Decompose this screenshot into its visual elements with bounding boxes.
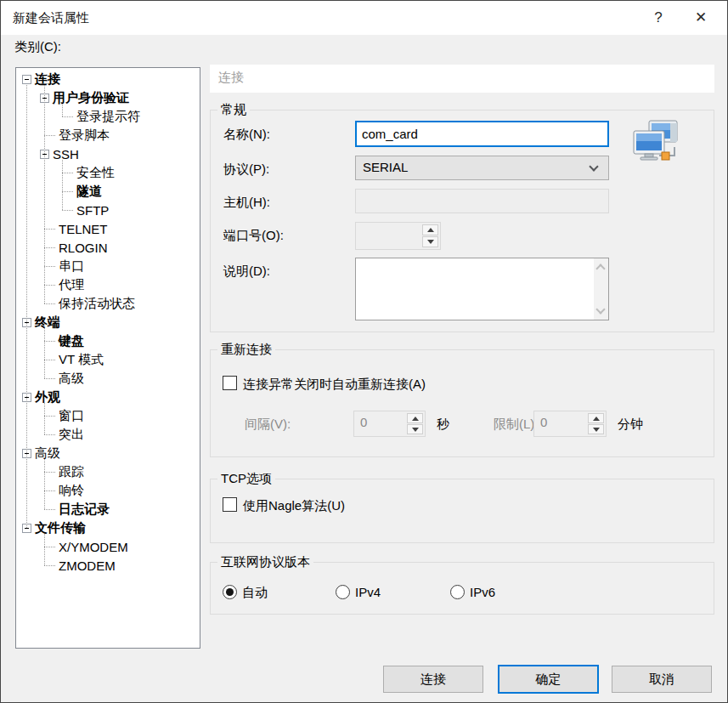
tree-item-label: 跟踪: [59, 464, 84, 480]
ip-version-label: IPv4: [355, 585, 381, 599]
interval-unit: 秒: [437, 417, 449, 433]
new-session-properties-dialog: 新建会话属性 ? ✕ 类别(C): 连接用户身份验证登录提示符登录脚本SSH安全…: [0, 0, 728, 703]
session-name-input[interactable]: [355, 121, 609, 147]
close-icon[interactable]: ✕: [681, 1, 720, 35]
tree-item-label: 高级: [35, 445, 60, 462]
tree-item-label: 外观: [35, 389, 60, 405]
port-spinner: [355, 222, 441, 250]
protocol-select[interactable]: SERIAL: [355, 156, 609, 180]
ip-version-radio-自动[interactable]: [223, 585, 237, 599]
group-reconnect: 重新连接: [210, 349, 714, 457]
tree-connector: [44, 416, 55, 417]
description-textarea[interactable]: [355, 258, 609, 320]
ok-button[interactable]: 确定: [498, 665, 599, 694]
tree-item-label: 连接: [35, 71, 60, 88]
ip-version-radio-ipv4[interactable]: [336, 585, 350, 599]
tree-connector: [44, 378, 55, 379]
tree-connector: [62, 210, 73, 211]
nagle-checkbox[interactable]: [223, 497, 237, 512]
tree-guide-line: [62, 160, 63, 210]
tree-item-label: ZMODEM: [59, 558, 116, 573]
description-label: 说明(D):: [223, 264, 270, 280]
tree-connector: [44, 509, 55, 510]
tree-item-label: 日志记录: [59, 502, 110, 518]
tree-item-label: 登录提示符: [76, 109, 140, 125]
tree-connector: [44, 247, 55, 248]
title-bar: 新建会话属性 ? ✕: [1, 1, 727, 35]
interval-spinner: 0: [353, 411, 426, 437]
cancel-button[interactable]: 取消: [612, 666, 712, 693]
panel-header-bar: 连接: [210, 65, 714, 93]
category-tree: 连接用户身份验证登录提示符登录脚本SSH安全性隧道SFTPTELNETRLOGI…: [15, 67, 200, 649]
panel-header-title: 连接: [218, 70, 244, 86]
interval-value: 0: [360, 415, 367, 429]
dialog-title: 新建会话属性: [13, 1, 89, 35]
tree-item-label: 登录脚本: [59, 128, 110, 144]
group-reconnect-title: 重新连接: [217, 342, 275, 358]
port-label: 端口号(O):: [223, 228, 284, 244]
limit-value: 0: [540, 415, 547, 429]
limit-spinner: 0: [533, 411, 607, 437]
limit-label: 限制(L):: [494, 417, 539, 433]
group-tcp-title: TCP选项: [217, 471, 275, 487]
tree-connector: [44, 360, 55, 360]
tree-guide-line: [44, 403, 45, 434]
tree-item-label: RLOGIN: [59, 241, 108, 255]
chevron-down-icon: [589, 162, 598, 171]
tree-connector: [62, 191, 73, 192]
session-computers-icon: [630, 116, 681, 164]
spin-down-icon: [422, 236, 438, 247]
tree-item-label: 键盘: [59, 333, 84, 349]
ip-version-label: IPv6: [470, 585, 495, 599]
scrollbar: [594, 258, 608, 320]
tree-item-label: 突出: [59, 427, 84, 443]
group-ip-version-title: 互联网协议版本: [217, 554, 313, 570]
name-label: 名称(N):: [223, 127, 270, 143]
category-label: 类别(C):: [14, 39, 61, 55]
auto-reconnect-checkbox[interactable]: [223, 376, 237, 390]
limit-unit: 分钟: [618, 417, 643, 433]
tree-item-label: 终端: [35, 315, 60, 331]
ip-version-radio-ipv6[interactable]: [450, 585, 465, 599]
tree-connector: [44, 266, 55, 267]
tree-connector: [62, 173, 73, 173]
tree-item-label: 串口: [59, 258, 84, 275]
tree-guide-line: [44, 534, 45, 565]
help-icon[interactable]: ?: [639, 1, 678, 35]
tree-item-label: 代理: [59, 277, 84, 293]
tree-item-label: SSH: [53, 147, 79, 162]
tree-guide-line: [44, 85, 45, 303]
tree-guide-line: [44, 328, 45, 378]
spin-up-icon: [407, 413, 423, 423]
tree-item-label: SFTP: [76, 203, 109, 218]
tree-guide-line: [44, 459, 45, 509]
tree-connector: [44, 434, 55, 435]
tree-item-label: 文件传输: [35, 520, 86, 536]
auto-reconnect-label: 连接异常关闭时自动重新连接(A): [243, 377, 426, 393]
spin-up-icon: [422, 224, 438, 235]
protocol-label: 协议(P):: [223, 162, 269, 178]
group-general-title: 常规: [217, 102, 250, 118]
connect-button[interactable]: 连接: [383, 666, 483, 693]
tree-collapse-icon[interactable]: [22, 75, 31, 84]
tree-connector: [44, 341, 55, 342]
tree-connector: [44, 472, 55, 473]
interval-label: 间隔(V):: [245, 417, 291, 433]
tree-item-label: 隧道: [76, 184, 102, 200]
tree-item-label: 窗口: [59, 408, 84, 424]
nagle-label: 使用Nagle算法(U): [243, 498, 345, 514]
scroll-down-icon: [595, 304, 605, 314]
tree-connector: [44, 547, 55, 547]
tree-guide-line: [62, 104, 63, 116]
tree-item-label: X/YMODEM: [59, 540, 128, 554]
tree-item-label: 高级: [59, 371, 84, 387]
tree-item-label: 保持活动状态: [59, 296, 135, 312]
host-label: 主机(H):: [223, 195, 270, 211]
tree-connector: [44, 135, 55, 136]
tree-item-label: VT 模式: [59, 352, 104, 368]
tree-connector: [44, 303, 55, 304]
tree-connector: [62, 116, 73, 117]
ip-version-label: 自动: [242, 585, 268, 601]
tree-guide-line: [26, 85, 27, 528]
spin-down-icon: [407, 424, 423, 434]
